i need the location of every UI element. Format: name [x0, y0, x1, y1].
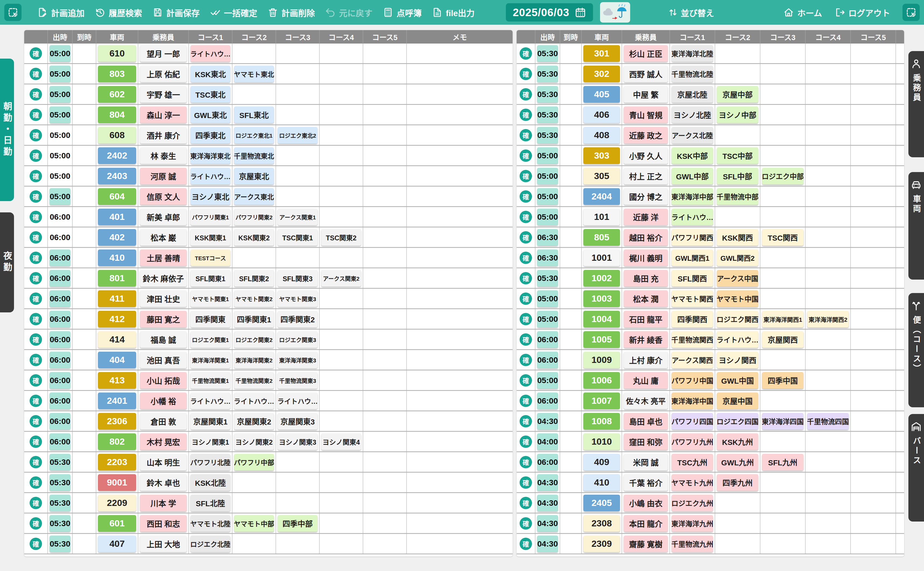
course-chip[interactable]: SFL関東2: [234, 270, 274, 287]
course-chip[interactable]: ヤマモト関西: [672, 290, 713, 307]
confirm-badge[interactable]: 確: [29, 435, 42, 448]
course-chip[interactable]: ヤマモト中国: [717, 290, 758, 307]
vehicle-chip[interactable]: 1002: [583, 270, 620, 287]
crew-chip[interactable]: 中屋 繁: [624, 86, 668, 103]
departure-time[interactable]: 05:30: [50, 515, 71, 532]
course-chip[interactable]: アークス東北: [234, 188, 274, 205]
vehicle-chip[interactable]: 805: [583, 229, 620, 246]
confirm-badge[interactable]: 確: [29, 395, 42, 407]
course-chip[interactable]: SFL関東3: [278, 270, 317, 287]
course-chip[interactable]: 千里物流北陸: [672, 66, 713, 82]
course-chip[interactable]: TSC九州: [672, 454, 713, 471]
confirm-badge[interactable]: 確: [29, 109, 42, 121]
side-tab-service-course[interactable]: 便（コース）: [909, 293, 924, 407]
crew-chip[interactable]: 池田 真吾: [140, 352, 187, 368]
crew-chip[interactable]: 小野 久人: [624, 147, 668, 164]
course-chip[interactable]: ヤマモト九州: [672, 474, 713, 491]
confirm-badge[interactable]: 確: [29, 333, 42, 346]
course-chip[interactable]: KSK東北: [190, 66, 230, 82]
batch-confirm-button[interactable]: 一括確定: [210, 6, 257, 19]
home-button[interactable]: ホーム: [783, 6, 822, 19]
course-chip[interactable]: パワフリ関西: [672, 229, 713, 246]
confirm-badge[interactable]: 確: [520, 313, 532, 325]
course-chip[interactable]: 東洋海洋四国: [762, 413, 803, 430]
course-chip[interactable]: 京屋北陸: [672, 86, 713, 103]
course-chip[interactable]: ロジエク九州: [672, 495, 713, 511]
confirm-badge[interactable]: 確: [29, 68, 42, 80]
vehicle-chip[interactable]: 404: [98, 352, 136, 368]
crew-chip[interactable]: 森山 淳一: [140, 106, 187, 123]
history-search-button[interactable]: 履歴検索: [95, 6, 142, 19]
confirm-badge[interactable]: 確: [520, 231, 532, 244]
course-chip[interactable]: ヤマモト関東3: [278, 290, 317, 307]
side-tab-crew[interactable]: 乗務員: [909, 51, 924, 157]
departure-time[interactable]: 04:30: [537, 413, 558, 430]
course-chip[interactable]: GWL東北: [190, 106, 230, 123]
departure-time[interactable]: 06:00: [50, 212, 71, 222]
confirm-badge[interactable]: 確: [29, 231, 42, 244]
departure-time[interactable]: 06:00: [537, 454, 558, 471]
course-chip[interactable]: TSC関西: [762, 229, 803, 246]
confirm-badge[interactable]: 確: [520, 517, 532, 529]
course-chip[interactable]: GWL中部: [672, 168, 713, 184]
course-chip[interactable]: ロジエク北陸: [190, 536, 230, 552]
course-chip[interactable]: 四季中国: [762, 372, 803, 389]
confirm-badge[interactable]: 確: [29, 170, 42, 182]
vehicle-chip[interactable]: 1010: [583, 434, 620, 450]
course-chip[interactable]: ロジエク関東2: [234, 331, 274, 348]
course-chip[interactable]: 四季中部: [278, 515, 317, 532]
departure-time[interactable]: 06:00: [50, 290, 71, 307]
vehicle-chip[interactable]: 412: [98, 311, 136, 327]
departure-time[interactable]: 05:00: [537, 188, 558, 205]
confirm-badge[interactable]: 確: [29, 374, 42, 387]
side-tab-vehicle[interactable]: 車両: [909, 172, 924, 279]
crew-chip[interactable]: 千葉 裕介: [624, 474, 668, 491]
confirm-badge[interactable]: 確: [520, 476, 532, 489]
crew-chip[interactable]: 近藤 政之: [624, 127, 668, 144]
crew-chip[interactable]: 西野 誠人: [624, 66, 668, 82]
course-chip[interactable]: 東洋海洋中部: [672, 188, 713, 205]
vehicle-chip[interactable]: 303: [583, 147, 620, 164]
departure-time[interactable]: 06:00: [50, 311, 71, 327]
crew-chip[interactable]: 川本 学: [140, 495, 187, 511]
departure-time[interactable]: 05:00: [50, 188, 71, 205]
departure-time[interactable]: 05:30: [537, 270, 558, 287]
side-tab-berth[interactable]: バース: [909, 414, 924, 522]
confirm-badge[interactable]: 確: [520, 272, 532, 284]
crew-chip[interactable]: 鈴木 麻依子: [140, 270, 187, 287]
vehicle-chip[interactable]: 410: [583, 474, 620, 491]
vehicle-chip[interactable]: 1009: [583, 352, 620, 368]
weather-button[interactable]: [600, 2, 630, 23]
course-chip[interactable]: 四季関西: [672, 311, 713, 327]
confirm-badge[interactable]: 確: [520, 150, 532, 162]
date-picker[interactable]: 2025/06/03: [506, 3, 593, 22]
crew-chip[interactable]: 村上 正之: [624, 168, 668, 184]
course-chip[interactable]: 四季関東2: [278, 311, 317, 327]
crew-chip[interactable]: 宇野 雄一: [140, 86, 187, 103]
course-chip[interactable]: 東洋海洋関西2: [807, 311, 849, 327]
course-chip[interactable]: 京屋関東2: [234, 413, 274, 430]
course-chip[interactable]: ロジエク四国: [717, 413, 758, 430]
departure-time[interactable]: 06:00: [50, 434, 71, 450]
course-chip[interactable]: 東洋海洋関西1: [762, 311, 803, 327]
course-chip[interactable]: 東洋海洋関東3: [278, 352, 317, 368]
vehicle-chip[interactable]: 401: [98, 208, 136, 225]
course-chip[interactable]: GWL関西2: [717, 250, 758, 266]
crew-chip[interactable]: 小嶋 由衣: [624, 495, 668, 511]
course-chip[interactable]: ヤマモト関東1: [190, 290, 230, 307]
departure-time[interactable]: 05:00: [50, 86, 71, 103]
crew-chip[interactable]: 佐々木 亮平: [624, 392, 668, 409]
vehicle-chip[interactable]: 1005: [583, 331, 620, 348]
course-chip[interactable]: TSC関東1: [278, 229, 317, 246]
departure-time[interactable]: 05:00: [50, 171, 71, 181]
plan-save-button[interactable]: 計画保存: [152, 6, 200, 19]
crew-chip[interactable]: 信原 文人: [140, 188, 187, 205]
departure-time[interactable]: 05:30: [50, 495, 71, 511]
crew-chip[interactable]: 松本 潤: [624, 290, 668, 307]
course-chip[interactable]: 千里物流関東3: [278, 372, 317, 389]
vehicle-chip[interactable]: 410: [98, 250, 136, 266]
course-chip[interactable]: ロジエク中部: [762, 168, 803, 184]
course-chip[interactable]: GWL中国: [717, 372, 758, 389]
confirm-badge[interactable]: 確: [520, 435, 532, 448]
confirm-badge[interactable]: 確: [29, 497, 42, 509]
